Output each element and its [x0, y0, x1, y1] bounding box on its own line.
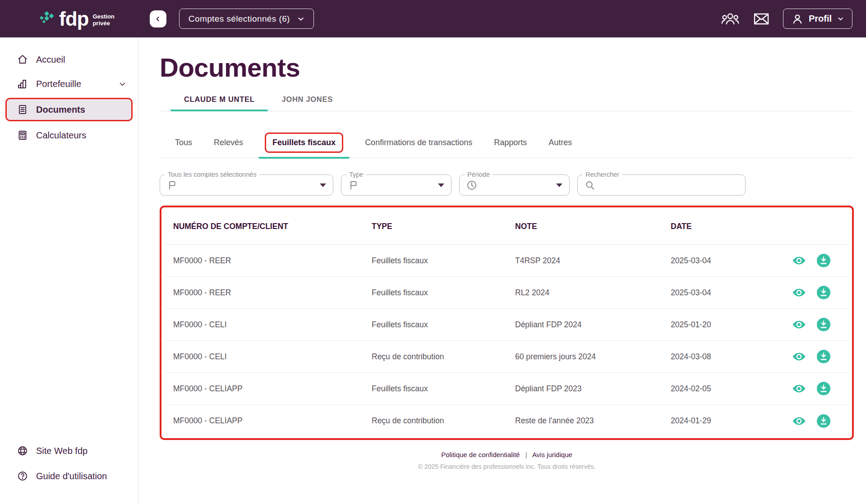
chevron-down-icon	[297, 15, 304, 23]
view-document-button[interactable]	[792, 255, 806, 266]
cell-date: 2024-01-29	[671, 416, 771, 426]
tab-feuillets-fiscaux[interactable]: Feuillets fiscaux	[254, 128, 354, 158]
tab-john-jones[interactable]: JOHN JONES	[268, 95, 346, 111]
download-icon	[817, 318, 830, 331]
privacy-policy-link[interactable]: Politique de confidentialité	[441, 451, 520, 458]
table-row: MF0000 - REERFeuillets fiscauxRL2 202420…	[164, 277, 849, 309]
sidebar-collapse-button[interactable]	[150, 10, 166, 27]
copyright-text: © 2025 Financière des professionnels inc…	[160, 463, 854, 470]
eye-icon	[792, 319, 806, 330]
cell-account: MF0000 - CELI	[173, 352, 372, 362]
download-icon	[817, 286, 830, 299]
document-icon	[17, 104, 28, 115]
page-title: Documents	[160, 52, 866, 82]
chevron-down-icon	[837, 15, 844, 22]
sidebar-footer: Site Web fdp Guide d'utilisation	[0, 438, 138, 504]
view-document-button[interactable]	[792, 319, 806, 330]
chevron-down-icon	[119, 80, 126, 88]
cell-type: Feuillets fiscaux	[372, 384, 515, 394]
app-root: fdp Gestion privée Comptes sélectionnés …	[0, 0, 866, 504]
table-row: MF0000 - CELIAPPReçu de contributionRest…	[164, 405, 849, 437]
calculator-icon	[17, 130, 28, 141]
filter-type-dropdown[interactable]: Type	[341, 174, 451, 196]
cell-note: T4RSP 2024	[515, 256, 671, 266]
profil-button[interactable]: Profil	[783, 9, 852, 29]
filter-search-field[interactable]: Rechercher	[577, 174, 746, 196]
person-tabs: CLAUDE M UNTEL JOHN JONES	[160, 95, 854, 111]
topbar: fdp Gestion privée Comptes sélectionnés …	[0, 0, 866, 37]
cell-note: Dépliant FDP 2024	[515, 320, 671, 330]
col-header-type: TYPE	[372, 222, 515, 231]
table-row: MF0000 - CELIReçu de contribution60 prem…	[164, 341, 849, 373]
download-document-button[interactable]	[817, 350, 830, 363]
cell-account: MF0000 - CELIAPP	[173, 384, 372, 394]
flag-icon	[348, 180, 359, 191]
download-document-button[interactable]	[817, 382, 830, 395]
dropdown-caret-icon	[556, 183, 562, 187]
documents-table: NUMÉRO DE COMPTE/CLIENT TYPE NOTE DATE M…	[164, 209, 849, 437]
sidebar-spacer	[0, 147, 138, 438]
view-document-button[interactable]	[792, 287, 806, 298]
eye-icon	[792, 287, 806, 298]
view-document-button[interactable]	[792, 383, 806, 394]
tab-autres[interactable]: Autres	[538, 128, 583, 158]
cell-note: RL2 2024	[515, 288, 671, 298]
selected-accounts-dropdown[interactable]: Comptes sélectionnés (6)	[179, 9, 314, 29]
help-circle-icon	[17, 471, 28, 481]
cell-account: MF0000 - CELIAPP	[173, 416, 372, 426]
tab-claude-m-untel[interactable]: CLAUDE M UNTEL	[170, 95, 268, 111]
annotation-red-box-tab: Feuillets fiscaux	[265, 133, 343, 153]
sidebar-item-guide-utilisation[interactable]: Guide d'utilisation	[0, 463, 138, 489]
download-document-button[interactable]	[817, 286, 830, 299]
sidebar-item-calculateurs[interactable]: Calculateurs	[0, 123, 138, 147]
view-document-button[interactable]	[792, 416, 806, 426]
fdp-logo-text: fdp	[59, 9, 88, 29]
filter-periode-dropdown[interactable]: Période	[459, 174, 570, 196]
sidebar-item-label: Documents	[36, 105, 85, 115]
sidebar-item-label: Accueil	[36, 55, 65, 65]
cell-account: MF0000 - REER	[173, 288, 372, 298]
sidebar-item-label: Guide d'utilisation	[36, 471, 107, 481]
cell-type: Reçu de contribution	[372, 352, 515, 362]
sidebar-item-site-web-fdp[interactable]: Site Web fdp	[0, 438, 138, 463]
tab-tous[interactable]: Tous	[164, 128, 203, 158]
home-icon	[17, 54, 28, 65]
sidebar-item-documents[interactable]: Documents	[5, 98, 133, 121]
cell-date: 2024-02-05	[671, 384, 771, 394]
sidebar-item-label: Portefeuille	[36, 79, 81, 89]
messages-button[interactable]	[753, 12, 769, 26]
filter-label: Tous les comptes sélectionnés	[165, 171, 259, 178]
download-document-button[interactable]	[817, 254, 830, 267]
cell-type: Feuillets fiscaux	[372, 256, 515, 266]
col-header-date: DATE	[671, 222, 771, 231]
tab-rapports[interactable]: Rapports	[483, 128, 538, 158]
link-separator: |	[525, 451, 527, 458]
download-document-button[interactable]	[817, 414, 830, 428]
search-icon	[585, 180, 595, 191]
tab-confirmations-de-transactions[interactable]: Confirmations de transactions	[354, 128, 483, 158]
download-icon	[817, 350, 830, 363]
fdp-logo-diamonds-icon	[39, 11, 55, 27]
filter-comptes-dropdown[interactable]: Tous les comptes sélectionnés	[160, 174, 333, 196]
filters-row: Tous les comptes sélectionnés Type	[160, 174, 866, 196]
mail-icon	[753, 12, 769, 26]
cell-date: 2024-03-08	[671, 352, 771, 362]
download-icon	[817, 254, 830, 267]
legal-notice-link[interactable]: Avis juridique	[532, 451, 572, 458]
sidebar-item-portefeuille[interactable]: Portefeuille	[0, 72, 138, 96]
tab-releves[interactable]: Relevés	[203, 128, 254, 158]
table-header-row: NUMÉRO DE COMPTE/CLIENT TYPE NOTE DATE	[164, 209, 849, 245]
table-body: MF0000 - REERFeuillets fiscauxT4RSP 2024…	[164, 245, 849, 437]
download-document-button[interactable]	[817, 318, 830, 331]
user-icon	[792, 13, 803, 25]
chevron-left-icon	[155, 16, 161, 22]
clients-button[interactable]	[721, 11, 740, 27]
eye-icon	[792, 255, 806, 266]
people-icon	[721, 11, 740, 27]
view-document-button[interactable]	[792, 351, 806, 362]
sidebar-item-accueil[interactable]: Accueil	[0, 47, 138, 72]
col-header-numero-compte: NUMÉRO DE COMPTE/CLIENT	[173, 222, 372, 231]
annotation-red-box-table: NUMÉRO DE COMPTE/CLIENT TYPE NOTE DATE M…	[160, 206, 854, 440]
search-input[interactable]	[601, 181, 738, 190]
filter-label: Type	[346, 171, 366, 178]
